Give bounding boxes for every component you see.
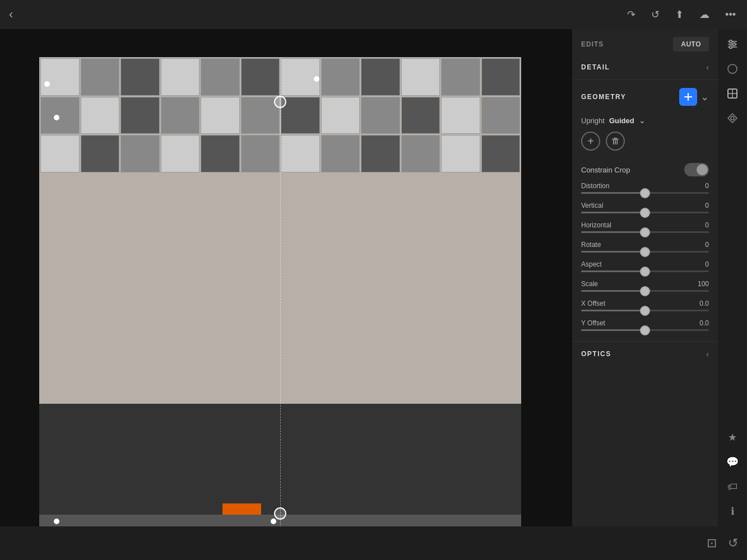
share-button[interactable]: ⬆	[673, 6, 686, 23]
undo-button[interactable]: ↺	[649, 6, 662, 23]
back-button[interactable]: ‹	[9, 8, 13, 21]
window	[481, 135, 521, 172]
optics-arrow-icon: ‹	[706, 349, 709, 358]
guided-dropdown-icon[interactable]: ⌄	[639, 116, 646, 125]
edits-header: EDITS AUTO	[572, 29, 718, 57]
rotate-button[interactable]: ↺	[728, 536, 738, 550]
window	[40, 135, 80, 172]
window	[161, 58, 200, 96]
svg-rect-2	[612, 139, 619, 140]
icon-bar-filters-button[interactable]	[722, 34, 743, 55]
corner-handle-ml[interactable]	[54, 115, 59, 120]
corner-handle-tl[interactable]	[44, 81, 50, 87]
window	[201, 135, 240, 172]
window	[401, 58, 440, 96]
slider-thumb[interactable]	[640, 306, 650, 316]
cloud-button[interactable]: ☁	[697, 6, 712, 23]
window	[361, 58, 400, 96]
slider-track[interactable]	[581, 231, 709, 233]
svg-point-11	[733, 43, 736, 46]
slider-thumb[interactable]	[640, 286, 650, 296]
slider-track[interactable]	[581, 290, 709, 292]
optics-section-header[interactable]: OPTICS ‹	[572, 344, 718, 364]
slider-name: Horizontal	[581, 221, 611, 229]
window	[321, 135, 360, 172]
slider-name: Distortion	[581, 182, 610, 190]
main-area: EDITS AUTO DETAIL ‹ GEOMETRY ⌄	[0, 29, 747, 526]
corner-handle-bl[interactable]	[54, 519, 59, 524]
window	[441, 135, 480, 172]
icon-bar-circle-button[interactable]	[722, 58, 743, 80]
healing-icon	[727, 113, 738, 124]
divider-optics	[572, 341, 718, 342]
slider-thumb[interactable]	[640, 208, 650, 218]
window	[120, 97, 160, 134]
slider-name: Vertical	[581, 202, 603, 209]
slider-row-rotate: Rotate 0	[581, 241, 709, 253]
slider-value: 0	[692, 260, 709, 268]
redo-button[interactable]: ↷	[625, 6, 638, 23]
icon-bar-info-button[interactable]: ℹ	[722, 501, 743, 522]
geometry-panel-icon	[727, 88, 738, 99]
window	[281, 97, 320, 134]
slider-value: 100	[692, 280, 709, 288]
slider-thumb[interactable]	[640, 227, 650, 237]
slider-track[interactable]	[581, 192, 709, 194]
slider-row-distortion: Distortion 0	[581, 182, 709, 194]
corner-handle-bm[interactable]	[271, 519, 276, 524]
slider-value: 0	[692, 241, 709, 249]
constrain-crop-toggle[interactable]	[684, 163, 709, 176]
slider-track[interactable]	[581, 251, 709, 253]
geometry-controls: ⌄	[679, 88, 709, 106]
window	[161, 135, 200, 172]
divider	[572, 80, 718, 80]
add-guide-button[interactable]: +	[581, 132, 600, 151]
slider-section: Distortion 0 Vertical 0 Horizontal 0 Rot…	[572, 182, 718, 339]
icon-bar-star-button[interactable]: ★	[722, 427, 743, 448]
slider-track[interactable]	[581, 212, 709, 213]
icon-bar-chat-button[interactable]: 💬	[722, 451, 743, 473]
slider-row-vertical: Vertical 0	[581, 202, 709, 213]
top-bar: ‹ ↷ ↺ ⬆ ☁ •••	[0, 0, 747, 29]
icon-bar: ★ 💬 🏷 ℹ	[718, 29, 747, 526]
svg-rect-5	[615, 140, 616, 144]
photo-background	[39, 57, 521, 526]
optics-title: OPTICS	[581, 350, 611, 358]
slider-thumb[interactable]	[640, 247, 650, 257]
window	[321, 97, 360, 134]
slider-row-y-offset: Y Offset 0.0	[581, 319, 709, 331]
geometry-dropdown-button[interactable]: ⌄	[700, 91, 709, 103]
slider-thumb[interactable]	[640, 188, 650, 198]
icon-bar-healing-button[interactable]	[722, 108, 743, 129]
slider-row-aspect: Aspect 0	[581, 260, 709, 272]
slider-value: 0.0	[692, 300, 709, 307]
more-button[interactable]: •••	[723, 7, 738, 23]
svg-point-10	[730, 40, 732, 43]
slider-thumb[interactable]	[640, 267, 650, 277]
window	[241, 58, 280, 96]
auto-button[interactable]: AUTO	[673, 37, 709, 52]
detail-section-header[interactable]: DETAIL ‹	[572, 57, 718, 77]
slider-track[interactable]	[581, 270, 709, 272]
constrain-crop-row: Constrain Crop	[572, 157, 718, 182]
slider-thumb[interactable]	[640, 325, 650, 335]
guide-handle-top[interactable]	[274, 96, 286, 108]
icon-bar-tag-button[interactable]: 🏷	[722, 476, 743, 497]
icon-bar-geometry-button[interactable]	[722, 83, 743, 104]
slider-name: Rotate	[581, 241, 601, 249]
slider-track[interactable]	[581, 329, 709, 331]
window	[81, 135, 120, 172]
building	[39, 57, 521, 404]
window	[241, 135, 280, 172]
photos-button[interactable]: ⊡	[707, 536, 717, 550]
delete-guide-button[interactable]	[606, 132, 625, 151]
slider-value: 0	[692, 221, 709, 229]
window	[40, 58, 80, 96]
slider-row-horizontal: Horizontal 0	[581, 221, 709, 233]
window	[201, 97, 240, 134]
slider-track[interactable]	[581, 310, 709, 311]
svg-rect-3	[614, 138, 617, 139]
guide-handle-bottom[interactable]	[274, 507, 286, 520]
window	[120, 58, 160, 96]
geometry-transform-button[interactable]	[679, 88, 697, 106]
